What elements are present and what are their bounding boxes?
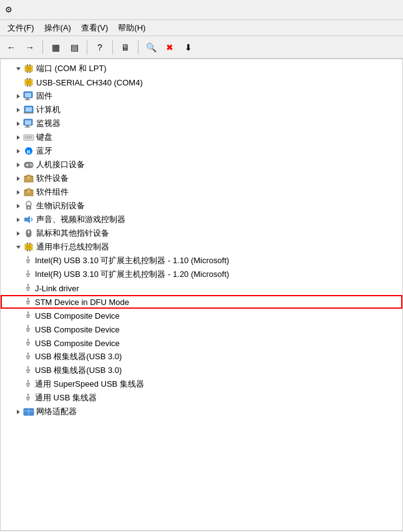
expand-icon[interactable] [13, 407, 23, 417]
svg-rect-17 [25, 99, 30, 100]
tree-category[interactable]: 人机接口设备 [1, 158, 402, 172]
menu-item[interactable]: 操作(A) [39, 21, 76, 35]
scan-btn[interactable]: 🔍 [142, 39, 160, 56]
device-tree[interactable]: 端口 (COM 和 LPT)USB-SERIAL CH340 (COM4)固件计… [0, 59, 403, 531]
svg-rect-12 [26, 80, 31, 84]
tree-category[interactable]: B蓝牙 [1, 144, 402, 158]
device-icon [23, 242, 36, 252]
tree-device[interactable]: USB 根集线器(USB 3.0) [1, 364, 402, 377]
tree-category[interactable]: 固件 [1, 89, 402, 103]
update-btn[interactable]: ⬇ [180, 39, 197, 56]
tree-device[interactable]: USB Composite Device [1, 336, 402, 350]
help-btn[interactable]: ? [91, 39, 109, 56]
tree-device[interactable]: USB-SERIAL CH340 (COM4) [1, 75, 402, 89]
expand-icon[interactable] [13, 118, 23, 128]
svg-rect-4 [27, 71, 28, 73]
tree-category[interactable]: 通用串行总线控制器 [1, 240, 402, 254]
expand-icon[interactable] [13, 105, 23, 115]
tree-category[interactable]: 声音、视频和游戏控制器 [1, 213, 402, 226]
svg-marker-63 [16, 246, 21, 249]
svg-point-118 [27, 339, 29, 341]
svg-rect-10 [27, 85, 28, 87]
tree-device[interactable]: Intel(R) USB 3.10 可扩展主机控制器 - 1.20 (Micro… [1, 268, 402, 281]
tree-category[interactable]: 鼠标和其他指针设备 [1, 226, 402, 240]
expand-icon[interactable] [13, 132, 23, 142]
device-icon [23, 91, 36, 101]
svg-marker-49 [17, 190, 20, 195]
expand-icon[interactable] [13, 201, 23, 211]
tree-category[interactable]: 生物识别设备 [1, 199, 402, 213]
tree-item-label: USB-SERIAL CH340 (COM4) [36, 78, 143, 87]
tree-item-label: 声音、视频和游戏控制器 [36, 214, 125, 225]
tree-device[interactable]: J-Link driver [1, 281, 402, 295]
svg-marker-53 [17, 204, 20, 208]
device-icon [23, 228, 36, 238]
tree-device[interactable]: USB 根集线器(USB 3.0) [1, 350, 402, 364]
tree-category[interactable]: 网络适配器 [1, 405, 402, 418]
tree-category[interactable]: 键盘 [1, 130, 402, 144]
expand-icon[interactable] [13, 187, 23, 197]
properties-btn[interactable]: ▤ [66, 39, 83, 56]
tree-device[interactable]: USB Composite Device [1, 309, 402, 322]
tree-category[interactable]: 软件设备 [1, 172, 402, 185]
expand-icon[interactable] [13, 228, 23, 238]
menu-item[interactable]: 文件(F) [2, 21, 39, 35]
remove-btn[interactable]: ✖ [161, 39, 178, 56]
svg-marker-39 [17, 163, 20, 167]
svg-rect-11 [29, 85, 31, 87]
tree-category[interactable]: 端口 (COM 和 LPT) [1, 62, 402, 75]
device-icon [23, 311, 35, 321]
svg-point-86 [27, 284, 29, 286]
tree-item-label: 人机接口设备 [36, 159, 85, 170]
expand-icon[interactable] [13, 64, 23, 74]
tree-item-label: 网络适配器 [36, 406, 77, 417]
tree-item-label: 生物识别设备 [36, 200, 85, 211]
tree-device[interactable]: Intel(R) USB 3.10 可扩展主机控制器 - 1.10 (Micro… [1, 254, 402, 268]
expand-icon[interactable] [13, 242, 23, 252]
menu-item[interactable]: 帮助(H) [113, 21, 150, 35]
svg-rect-34 [27, 138, 30, 139]
svg-point-62 [28, 231, 30, 233]
expand-icon[interactable] [13, 91, 23, 101]
tree-device[interactable]: STM Device in DFU Mode [1, 295, 402, 309]
forward-btn[interactable]: → [21, 39, 39, 56]
expand-icon[interactable] [13, 215, 23, 225]
tree-item-label: 键盘 [36, 132, 52, 143]
svg-rect-130 [26, 357, 27, 359]
svg-rect-8 [27, 78, 28, 80]
svg-rect-48 [27, 177, 30, 179]
tree-item-label: USB Composite Device [35, 311, 120, 321]
tree-item-label: 通用串行总线控制器 [36, 241, 109, 253]
display-btn[interactable]: 🖥 [117, 39, 134, 56]
svg-marker-18 [17, 108, 20, 112]
expand-icon[interactable] [13, 173, 23, 183]
device-icon [23, 352, 35, 362]
tree-category[interactable]: 监视器 [1, 117, 402, 130]
svg-rect-65 [27, 243, 28, 244]
tree-item-label: 蓝牙 [36, 145, 52, 157]
expand-icon[interactable] [13, 146, 23, 156]
svg-marker-13 [17, 94, 20, 99]
device-icon [23, 297, 35, 307]
show-hide-btn[interactable]: ▦ [47, 39, 64, 56]
svg-marker-158 [17, 410, 20, 414]
svg-rect-114 [26, 330, 27, 331]
svg-rect-5 [29, 71, 31, 73]
expand-icon[interactable] [13, 160, 23, 170]
device-icon [23, 173, 36, 183]
device-icon [23, 269, 35, 279]
svg-rect-9 [29, 78, 31, 80]
svg-marker-22 [17, 122, 20, 126]
svg-rect-146 [26, 385, 27, 386]
tree-category[interactable]: 软件组件 [1, 185, 402, 199]
svg-point-150 [27, 394, 29, 395]
tree-device[interactable]: USB Composite Device [1, 322, 402, 336]
svg-rect-33 [25, 138, 26, 139]
svg-marker-59 [17, 231, 20, 236]
menu-item[interactable]: 查看(V) [76, 21, 113, 35]
tree-device[interactable]: 通用 SuperSpeed USB 集线器 [1, 377, 402, 391]
back-btn[interactable]: ← [2, 39, 20, 56]
tree-device[interactable]: 通用 USB 集线器 [1, 391, 402, 405]
tree-item-label: 鼠标和其他指针设备 [36, 228, 109, 239]
tree-category[interactable]: 计算机 [1, 103, 402, 117]
